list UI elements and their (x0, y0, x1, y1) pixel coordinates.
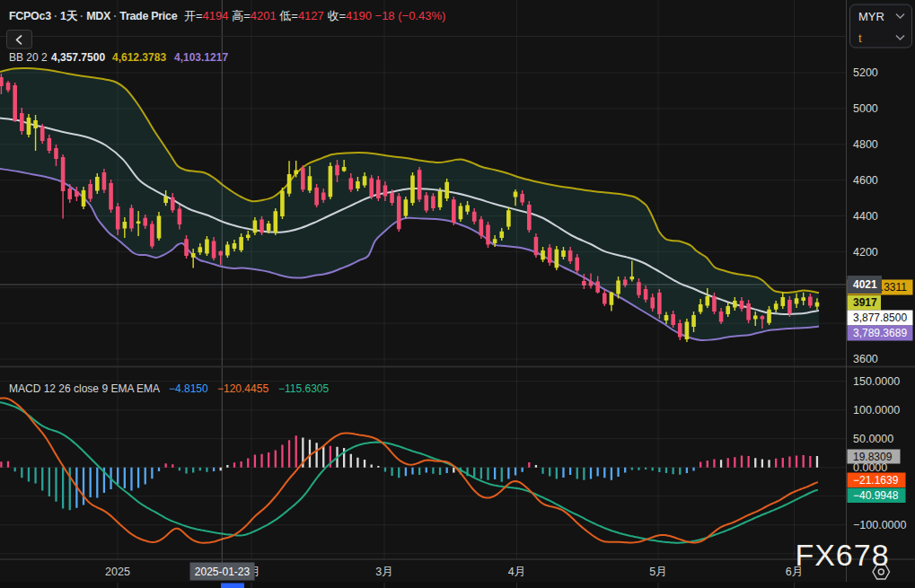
svg-text:BB 20 2: BB 20 2 (9, 51, 48, 64)
svg-text:19.8309: 19.8309 (853, 451, 893, 463)
svg-text:3月: 3月 (375, 566, 392, 578)
svg-text:3,789.3689: 3,789.3689 (853, 327, 907, 339)
svg-text:4月: 4月 (508, 566, 525, 578)
svg-text:4,612.3783: 4,612.3783 (112, 51, 166, 64)
svg-text:4,357.7500: 4,357.7500 (51, 51, 105, 64)
svg-text:4200: 4200 (853, 246, 878, 259)
svg-text:−115.6305: −115.6305 (278, 382, 329, 395)
svg-text:−40.9948: −40.9948 (853, 489, 899, 502)
svg-text:5200: 5200 (853, 66, 878, 79)
svg-text:−100.0000: −100.0000 (853, 519, 906, 531)
svg-text:−4.8150: −4.8150 (169, 382, 208, 395)
svg-text:FX678: FX678 (795, 538, 889, 572)
svg-text:2025-01-23: 2025-01-23 (195, 566, 251, 578)
svg-text:−21.1639: −21.1639 (853, 474, 899, 487)
svg-text:4600: 4600 (853, 174, 878, 187)
svg-text:3600: 3600 (853, 353, 878, 365)
svg-text:3917: 3917 (853, 296, 877, 309)
svg-text:150.0000: 150.0000 (853, 375, 900, 388)
svg-text:4021: 4021 (853, 278, 877, 291)
svg-text:开=4194 高=4201 低=4127 收=4190 −1: 开=4194 高=4201 低=4127 收=4190 −18 (−0.43%) (184, 9, 445, 22)
svg-text:5月: 5月 (649, 566, 666, 578)
svg-text:50.0000: 50.0000 (853, 433, 893, 445)
svg-text:4400: 4400 (853, 210, 878, 223)
svg-text:MYR: MYR (858, 10, 884, 23)
svg-text:FCPOc3 · 1天 · MDX · Trade Pric: FCPOc3 · 1天 · MDX · Trade Price (9, 10, 178, 22)
svg-text:3,877.8500: 3,877.8500 (853, 312, 907, 324)
svg-text:4800: 4800 (853, 138, 878, 151)
svg-text:4,103.1217: 4,103.1217 (174, 51, 228, 64)
svg-text:t: t (858, 31, 862, 45)
svg-text:2025: 2025 (105, 566, 130, 578)
svg-text:−120.4455: −120.4455 (217, 382, 268, 395)
svg-text:100.0000: 100.0000 (853, 404, 900, 417)
svg-text:5000: 5000 (853, 102, 878, 115)
svg-text:MACD 12 26 close 9 EMA EMA: MACD 12 26 close 9 EMA EMA (9, 382, 160, 395)
